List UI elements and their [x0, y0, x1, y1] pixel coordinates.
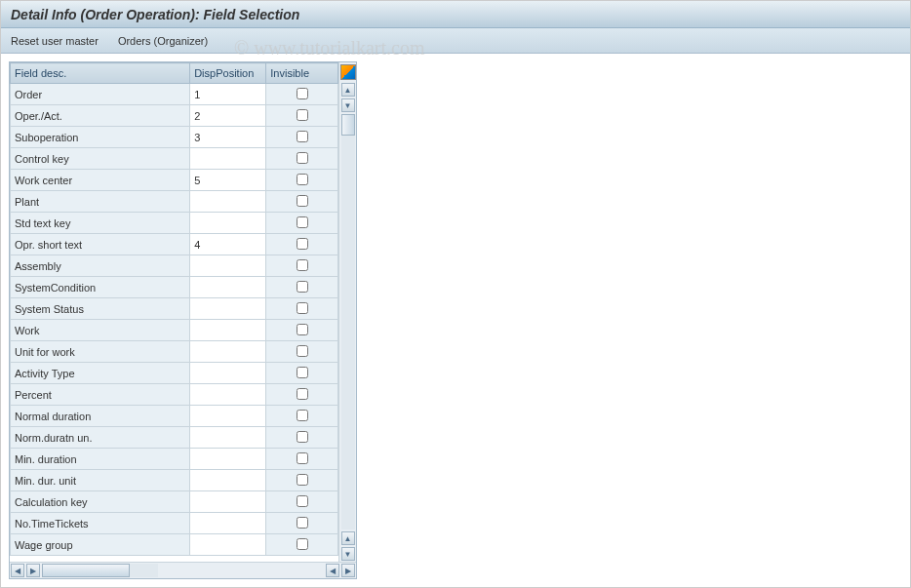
disp-position-cell[interactable]: 2 — [190, 105, 266, 127]
hscroll-right-end-button[interactable]: ▶ — [341, 564, 355, 577]
field-desc-cell[interactable]: Normal duration — [11, 406, 190, 427]
disp-position-cell[interactable] — [190, 513, 266, 534]
disp-position-cell[interactable]: 4 — [190, 234, 266, 255]
field-desc-cell[interactable]: System Status — [11, 298, 190, 320]
scroll-up-button[interactable]: ▲ — [341, 83, 355, 97]
scroll-down-button[interactable]: ▼ — [341, 98, 355, 112]
field-desc-cell[interactable]: Std text key — [11, 213, 190, 234]
invisible-checkbox[interactable] — [297, 259, 308, 271]
disp-position-cell[interactable] — [190, 363, 266, 384]
vertical-scroll-track[interactable] — [341, 114, 355, 529]
toolbar: Reset user master Orders (Organizer) — [1, 28, 910, 54]
disp-position-cell[interactable] — [190, 534, 266, 556]
disp-position-cell[interactable] — [190, 449, 266, 470]
disp-position-cell[interactable] — [190, 427, 266, 449]
field-desc-cell[interactable]: Plant — [11, 191, 190, 213]
field-desc-cell[interactable]: SystemCondition — [11, 277, 190, 298]
disp-position-cell[interactable] — [190, 148, 266, 170]
disp-position-cell[interactable] — [190, 298, 266, 320]
field-desc-cell[interactable]: Suboperation — [11, 127, 190, 148]
invisible-cell — [266, 406, 338, 427]
disp-position-cell[interactable] — [190, 470, 266, 491]
title-bar: Detail Info (Order Operation): Field Sel… — [1, 1, 910, 28]
table-config-icon[interactable] — [340, 64, 356, 80]
invisible-checkbox[interactable] — [297, 174, 308, 185]
field-desc-cell[interactable]: Order — [11, 84, 190, 105]
invisible-checkbox[interactable] — [297, 195, 308, 207]
invisible-checkbox[interactable] — [297, 131, 308, 142]
reset-user-master-button[interactable]: Reset user master — [11, 35, 99, 47]
field-desc-cell[interactable]: Work — [11, 320, 190, 341]
table-row: No.TimeTickets — [11, 513, 338, 534]
invisible-cell — [266, 234, 338, 255]
invisible-checkbox[interactable] — [297, 238, 308, 250]
column-header-disp-position[interactable]: DispPosition — [190, 63, 266, 84]
invisible-cell — [266, 298, 338, 320]
field-desc-cell[interactable]: Oper./Act. — [11, 105, 190, 127]
horizontal-scroll-track[interactable] — [42, 564, 158, 577]
disp-position-cell[interactable] — [190, 191, 266, 213]
disp-position-cell[interactable]: 3 — [190, 127, 266, 148]
disp-position-cell[interactable]: 5 — [190, 170, 266, 191]
invisible-checkbox[interactable] — [297, 452, 308, 464]
invisible-checkbox[interactable] — [297, 88, 308, 99]
hscroll-left-end-button[interactable]: ◀ — [326, 564, 339, 577]
invisible-cell — [266, 470, 338, 491]
field-desc-cell[interactable]: Calculation key — [11, 491, 190, 513]
invisible-cell — [266, 255, 338, 277]
field-desc-cell[interactable]: No.TimeTickets — [11, 513, 190, 534]
disp-position-cell[interactable] — [190, 341, 266, 363]
invisible-cell — [266, 277, 338, 298]
field-desc-cell[interactable]: Work center — [11, 170, 190, 191]
disp-position-cell[interactable] — [190, 491, 266, 513]
hscroll-left-button[interactable]: ◀ — [11, 564, 24, 577]
field-desc-cell[interactable]: Wage group — [11, 534, 190, 556]
invisible-checkbox[interactable] — [297, 388, 308, 400]
invisible-checkbox[interactable] — [297, 281, 308, 293]
invisible-checkbox[interactable] — [297, 431, 308, 443]
scroll-up-bottom-button[interactable]: ▲ — [341, 531, 355, 545]
invisible-checkbox[interactable] — [297, 152, 308, 164]
field-selection-table: Field desc. DispPosition Invisible Order… — [10, 62, 338, 556]
hscroll-right-button[interactable]: ▶ — [26, 564, 40, 577]
column-header-field-desc[interactable]: Field desc. — [11, 63, 190, 84]
disp-position-cell[interactable]: 1 — [190, 84, 266, 105]
invisible-checkbox[interactable] — [297, 324, 308, 335]
invisible-cell — [266, 363, 338, 384]
invisible-checkbox[interactable] — [297, 216, 308, 228]
disp-position-cell[interactable] — [190, 213, 266, 234]
field-desc-cell[interactable]: Norm.duratn un. — [11, 427, 190, 449]
field-desc-cell[interactable]: Min. duration — [11, 449, 190, 470]
horizontal-scroll-thumb[interactable] — [42, 564, 130, 577]
invisible-checkbox[interactable] — [297, 302, 308, 314]
scroll-down-bottom-button[interactable]: ▼ — [341, 547, 355, 561]
invisible-checkbox[interactable] — [297, 109, 308, 121]
field-desc-cell[interactable]: Min. dur. unit — [11, 470, 190, 491]
field-desc-cell[interactable]: Opr. short text — [11, 234, 190, 255]
invisible-checkbox[interactable] — [297, 367, 308, 378]
disp-position-cell[interactable] — [190, 320, 266, 341]
table-row: Unit for work — [11, 341, 338, 363]
field-desc-cell[interactable]: Assembly — [11, 255, 190, 277]
column-header-invisible[interactable]: Invisible — [266, 63, 338, 84]
table-row: Min. duration — [11, 449, 338, 470]
invisible-checkbox[interactable] — [297, 538, 308, 550]
disp-position-cell[interactable] — [190, 277, 266, 298]
invisible-checkbox[interactable] — [297, 474, 308, 486]
orders-organizer-button[interactable]: Orders (Organizer) — [118, 35, 208, 47]
table-row: Wage group — [11, 534, 338, 556]
invisible-checkbox[interactable] — [297, 517, 308, 529]
field-desc-cell[interactable]: Activity Type — [11, 363, 190, 384]
page-title: Detail Info (Order Operation): Field Sel… — [11, 7, 299, 22]
invisible-cell — [266, 513, 338, 534]
invisible-checkbox[interactable] — [297, 495, 308, 507]
field-desc-cell[interactable]: Control key — [11, 148, 190, 170]
vertical-scroll-thumb[interactable] — [341, 114, 355, 136]
invisible-checkbox[interactable] — [297, 345, 308, 357]
field-desc-cell[interactable]: Percent — [11, 384, 190, 406]
disp-position-cell[interactable] — [190, 384, 266, 406]
disp-position-cell[interactable] — [190, 406, 266, 427]
invisible-checkbox[interactable] — [297, 410, 308, 421]
field-desc-cell[interactable]: Unit for work — [11, 341, 190, 363]
disp-position-cell[interactable] — [190, 255, 266, 277]
